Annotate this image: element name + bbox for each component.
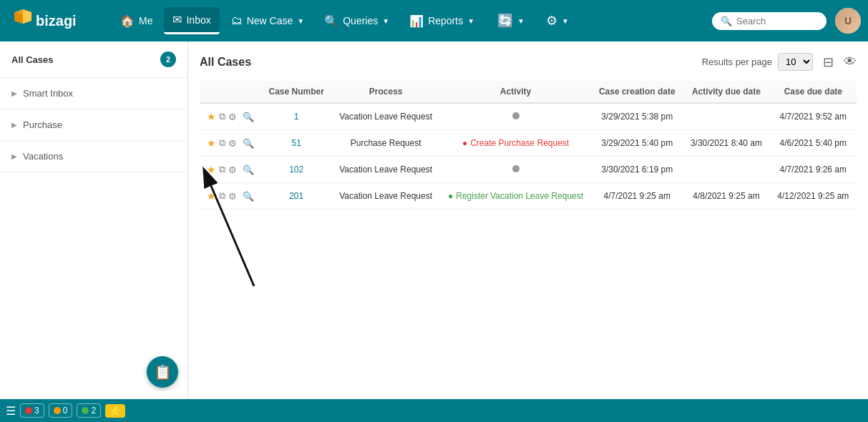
activity-due-date-cell: 3/30/2021 8:40 am <box>683 130 769 157</box>
col-header-actions <box>200 81 261 103</box>
avatar[interactable]: U <box>835 8 861 34</box>
content-header: All Cases Results per page 10 25 50 ⊟ 👁 <box>200 53 857 71</box>
col-header-activity: Activity <box>440 81 591 103</box>
sidebar-item-smart-inbox[interactable]: ▶ Smart Inbox <box>0 78 187 109</box>
sidebar-item-purchase[interactable]: ▶ Purchase <box>0 109 187 141</box>
app-logo[interactable]: bizagi <box>7 8 100 34</box>
red-dot-icon <box>25 407 32 414</box>
creation-date-cell: 4/7/2021 9:25 am <box>591 183 683 210</box>
case-due-date-cell: 4/6/2021 5:40 pm <box>770 130 857 157</box>
green-dot-icon <box>82 407 89 414</box>
sidebar-title: All Cases <box>11 54 54 65</box>
search-action-icon[interactable]: 🔍 <box>243 165 254 175</box>
copy-action-icon[interactable]: ⧉ <box>219 111 225 122</box>
case-number-link[interactable]: 1 <box>294 112 299 122</box>
activity-due-date-cell <box>683 103 769 130</box>
queries-icon: 🔍 <box>324 14 338 28</box>
expand-arrow-icon: ▶ <box>11 152 17 160</box>
search-input[interactable] <box>736 16 808 26</box>
case-number-link[interactable]: 102 <box>289 165 303 175</box>
bottom-star-badge[interactable]: ⭐ <box>105 404 125 418</box>
nav-new-case-label: New Case <box>247 15 293 26</box>
filter-icon[interactable]: ⊟ <box>823 54 834 70</box>
red-count: 3 <box>34 406 39 416</box>
nav-queries[interactable]: 🔍 Queries ▼ <box>316 9 398 34</box>
content-area: All Cases Results per page 10 25 50 ⊟ 👁 … <box>188 41 868 399</box>
nav-reports[interactable]: 📊 Reports ▼ <box>401 9 483 34</box>
col-header-case-number: Case Number <box>261 81 331 103</box>
nav-inbox-label: Inbox <box>186 14 210 26</box>
home-icon: 🏠 <box>120 14 135 28</box>
creation-date-cell: 3/29/2021 5:40 pm <box>591 130 683 157</box>
copy-action-icon[interactable]: ⧉ <box>219 137 225 149</box>
search-action-icon[interactable]: 🔍 <box>243 138 254 149</box>
svg-text:bizagi: bizagi <box>36 13 77 29</box>
cases-table: Case Number Process Activity Case creati… <box>200 81 857 210</box>
fab-icon: 📋 <box>154 363 172 381</box>
copy-action-icon[interactable]: ⧉ <box>219 190 225 202</box>
search-action-icon[interactable]: 🔍 <box>243 191 254 202</box>
flow-action-icon[interactable]: ⚙ <box>228 165 237 175</box>
flow-action-icon[interactable]: ⚙ <box>228 138 237 149</box>
creation-date-cell: 3/30/2021 6:19 pm <box>591 157 683 183</box>
case-number-link[interactable]: 201 <box>289 191 303 201</box>
nav-refresh[interactable]: 🔄 ▼ <box>489 7 533 34</box>
col-header-case-due: Case due date <box>770 81 857 103</box>
nav-new-case[interactable]: 🗂 New Case ▼ <box>223 9 313 33</box>
refresh-dropdown-icon: ▼ <box>517 17 525 25</box>
table-row: ★ ⧉ ⚙ 🔍 51Purchase Request●Create Purcha… <box>200 130 857 157</box>
table-row: ★ ⧉ ⚙ 🔍 201Vacation Leave Request●Regist… <box>200 183 857 210</box>
bottom-badge-red[interactable]: 3 <box>20 403 44 418</box>
star-icon: ⭐ <box>109 406 121 416</box>
bottom-list-icon[interactable]: ☰ <box>6 404 16 418</box>
nav-me[interactable]: 🏠 Me <box>112 9 161 34</box>
star-action-icon[interactable]: ★ <box>207 137 216 149</box>
case-number-link[interactable]: 51 <box>292 138 301 148</box>
svg-marker-2 <box>23 9 31 24</box>
view-icon[interactable]: 👁 <box>844 54 857 69</box>
row-actions: ★ ⧉ ⚙ 🔍 <box>207 137 254 149</box>
table-row: ★ ⧉ ⚙ 🔍 1Vacation Leave Request3/29/2021… <box>200 103 857 130</box>
activity-link[interactable]: Register Vacation Leave Request <box>456 191 583 201</box>
results-label: Results per page <box>702 57 772 67</box>
sidebar-header: All Cases 2 <box>0 41 187 78</box>
search-action-icon[interactable]: 🔍 <box>243 112 254 122</box>
sidebar-count-badge: 2 <box>160 51 176 67</box>
expand-arrow-icon: ▶ <box>11 89 17 97</box>
activity-link[interactable]: Create Purchase Request <box>470 138 569 148</box>
case-due-date-cell: 4/7/2021 9:52 am <box>770 103 857 130</box>
bottom-badge-orange[interactable]: 0 <box>49 403 73 418</box>
results-per-page: Results per page 10 25 50 ⊟ 👁 <box>702 53 857 71</box>
activity-dot <box>512 112 520 119</box>
star-action-icon[interactable]: ★ <box>207 111 216 122</box>
page-title: All Cases <box>200 56 251 69</box>
star-action-icon[interactable]: ★ <box>207 190 216 202</box>
orange-count: 0 <box>63 406 68 416</box>
search-box[interactable]: 🔍 <box>712 12 826 30</box>
flow-action-icon[interactable]: ⚙ <box>228 191 237 202</box>
nav-inbox[interactable]: ✉ Inbox <box>164 7 219 34</box>
sidebar-purchase-label: Purchase <box>23 119 62 130</box>
star-action-icon[interactable]: ★ <box>207 164 216 175</box>
nav-reports-label: Reports <box>428 15 463 26</box>
creation-date-cell: 3/29/2021 5:38 pm <box>591 103 683 130</box>
reports-icon: 📊 <box>409 14 424 28</box>
nav-queries-label: Queries <box>343 15 378 26</box>
process-cell: Purchase Request <box>331 130 439 157</box>
col-header-creation-date: Case creation date <box>591 81 683 103</box>
activity-due-date-cell <box>683 157 769 183</box>
top-navigation: bizagi 🏠 Me ✉ Inbox 🗂 New Case ▼ 🔍 Queri… <box>0 0 868 41</box>
sidebar-vacations-label: Vacations <box>23 151 63 162</box>
sidebar-smart-inbox-label: Smart Inbox <box>23 88 73 99</box>
nav-settings[interactable]: ⚙ ▼ <box>537 7 577 34</box>
fab-button[interactable]: 📋 <box>147 356 178 388</box>
inbox-icon: ✉ <box>172 13 182 26</box>
bottom-badge-green[interactable]: 2 <box>77 403 101 418</box>
copy-action-icon[interactable]: ⧉ <box>219 164 225 175</box>
main-layout: All Cases 2 ▶ Smart Inbox ▶ Purchase ▶ V… <box>0 41 868 399</box>
sidebar-item-vacations[interactable]: ▶ Vacations <box>0 141 187 172</box>
flow-action-icon[interactable]: ⚙ <box>228 112 237 122</box>
results-select[interactable]: 10 25 50 <box>778 53 813 71</box>
nav-me-label: Me <box>139 15 152 26</box>
reports-dropdown-icon: ▼ <box>467 17 474 25</box>
